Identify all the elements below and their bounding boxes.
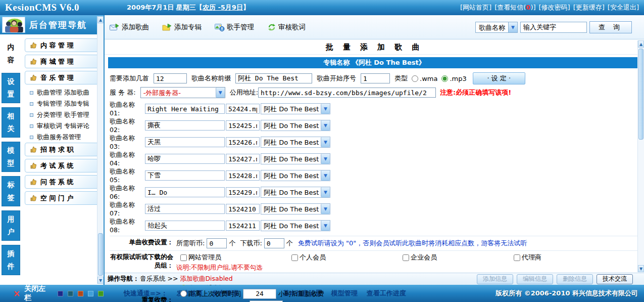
song-file-input[interactable] xyxy=(226,204,260,214)
song-name-input[interactable] xyxy=(145,204,225,214)
theme-swatch-navy[interactable] xyxy=(58,291,63,296)
scroll-down-icon[interactable]: ▼ xyxy=(97,277,104,284)
theme-swatch-orange[interactable] xyxy=(78,291,83,296)
group-option-enterprise: 企业会员 xyxy=(399,253,510,262)
song-row-01: 歌曲名称01: 阿杜 Do The Best▼ xyxy=(110,101,644,117)
refresh-cache-link[interactable]: [更新缓存] xyxy=(573,3,605,12)
song-album-select[interactable]: 阿杜 Do The Best▼ xyxy=(261,120,330,131)
song-album-select[interactable]: 阿杜 Do The Best▼ xyxy=(261,187,330,198)
song-album-select[interactable]: 阿杜 Do The Best▼ xyxy=(261,170,330,181)
song-name-input[interactable] xyxy=(145,170,225,181)
submenu-album-manage-add-album[interactable]: 专辑管理 添加专辑 xyxy=(25,98,102,109)
repeat-hours-input[interactable] xyxy=(243,289,276,299)
song-count-input[interactable] xyxy=(154,73,187,83)
submenu-review-lyrics-album-comments[interactable]: 审核歌词 专辑评论 xyxy=(25,120,102,132)
song-name-input[interactable] xyxy=(145,137,225,147)
song-file-input[interactable] xyxy=(226,120,260,131)
menu-qa-system[interactable]: 问 答 系 统 xyxy=(25,175,102,189)
submenu-song-server-manage[interactable]: 歌曲服务器管理 xyxy=(25,132,102,143)
sidebar-tab-settings[interactable]: 设置 xyxy=(2,73,20,103)
song-name-input[interactable] xyxy=(145,154,225,164)
admin-sidebar: 后台管理导航 内容 设置 相关 模型 标签 用户 插件 内 容 管 理 xyxy=(0,15,104,285)
menu-exam-system[interactable]: 考 试 系 统 xyxy=(25,159,102,172)
delete-info-button[interactable]: 删除信息 xyxy=(557,274,593,284)
song-name-input[interactable] xyxy=(145,120,225,131)
public-url-input[interactable] xyxy=(258,88,436,98)
submenu-category-singer-manage[interactable]: 分类管理 歌手管理 xyxy=(25,109,102,120)
song-file-input[interactable] xyxy=(226,187,260,197)
tech-support-button[interactable]: 技术交流 xyxy=(597,274,633,284)
toolbar-singer-manage[interactable]: 歌手管理 xyxy=(215,23,254,32)
sidebar-tab-users[interactable]: 用户 xyxy=(2,210,20,241)
repeat-time-radio[interactable] xyxy=(180,290,187,297)
toolbar-add-album[interactable]: 添加专辑 xyxy=(162,23,202,32)
type-mp3-radio[interactable] xyxy=(441,75,448,82)
sidebar-tab-labels[interactable]: 标签 xyxy=(2,176,20,206)
sidebar-tab-related[interactable]: 相关 xyxy=(2,107,20,138)
song-file-input[interactable] xyxy=(226,154,260,164)
menu-music-manage[interactable]: 音 乐 管 理 xyxy=(25,71,102,84)
content-scrollbar[interactable]: ▲ ▼ xyxy=(637,40,644,272)
menu-content-manage[interactable]: 内 容 管 理 xyxy=(25,38,102,52)
song-file-input[interactable] xyxy=(226,170,260,181)
song-name-input[interactable] xyxy=(145,104,225,114)
edit-info-button[interactable]: 编辑信息 xyxy=(517,274,553,284)
logout-link[interactable]: [安全退出] xyxy=(608,3,639,12)
sidebar-scroll-thumb[interactable] xyxy=(98,233,103,276)
song-name-input[interactable] xyxy=(145,187,225,197)
add-info-button[interactable]: 添加信息 xyxy=(477,274,513,284)
sidebar-scroll-track[interactable] xyxy=(97,23,104,277)
sidebar-tab-content[interactable]: 内容 xyxy=(2,38,20,69)
sidebar-scrollbar[interactable]: ▲ ▼ xyxy=(97,16,104,284)
theme-swatch-teal[interactable] xyxy=(68,291,73,296)
theme-swatch-green[interactable] xyxy=(98,291,104,296)
content-scroll-track[interactable] xyxy=(638,48,644,265)
menu-mall-manage[interactable]: 商 城 管 理 xyxy=(25,55,102,68)
search-keyword-input[interactable] xyxy=(520,22,587,33)
download-coin-input[interactable] xyxy=(264,238,284,248)
sidebar-tab-models[interactable]: 模型 xyxy=(2,142,20,172)
song-row-03: 歌曲名称03: 阿杜 Do The Best▼ xyxy=(110,134,644,150)
group-enterprise-checkbox[interactable] xyxy=(403,254,409,261)
song-file-input[interactable] xyxy=(226,104,260,114)
toolbar-add-song[interactable]: 添加歌曲 xyxy=(110,23,149,32)
server-select[interactable]: -外部服务器- ▼ xyxy=(140,87,225,98)
scroll-up-icon[interactable]: ▲ xyxy=(638,40,644,48)
song-name-input[interactable] xyxy=(145,221,225,231)
group-agent-checkbox[interactable] xyxy=(514,254,520,261)
submenu-song-manage-add-song[interactable]: 歌曲管理 添加歌曲 xyxy=(25,87,102,98)
song-file-input[interactable] xyxy=(226,137,260,147)
scroll-up-icon[interactable]: ▲ xyxy=(97,16,104,23)
lunar-date-link[interactable]: 农历 -5月9日 xyxy=(203,4,243,11)
start-number-input[interactable] xyxy=(361,73,390,83)
scroll-down-icon[interactable]: ▼ xyxy=(638,265,644,272)
change-password-link[interactable]: [修改密码] xyxy=(539,3,570,12)
content-scroll-thumb[interactable] xyxy=(638,49,643,140)
group-personal-checkbox[interactable] xyxy=(291,254,298,261)
song-file-input[interactable] xyxy=(226,221,260,231)
repeat-pages-input[interactable] xyxy=(250,300,283,302)
song-prefix-input[interactable] xyxy=(235,73,312,83)
close-icon[interactable]: × xyxy=(13,289,20,298)
song-album-select[interactable]: 阿杜 Do The Best▼ xyxy=(261,153,330,164)
toolbar-review-lyrics[interactable]: 审核歌词 xyxy=(267,23,306,32)
song-album-select[interactable]: 阿杜 Do The Best▼ xyxy=(261,220,330,231)
repeat-option-read: 会员重复阅读此歌曲 页次后重新收费 xyxy=(176,300,644,302)
group-admin-checkbox[interactable] xyxy=(180,254,187,261)
close-left-panel-button[interactable]: 关闭左栏 xyxy=(24,284,49,302)
breadcrumb-current: 添加歌曲Disabled xyxy=(180,275,232,283)
set-button[interactable]: · 设 定 · xyxy=(473,72,525,84)
search-field-select[interactable]: 歌曲名称 ▼ xyxy=(475,22,518,33)
view-sms-link[interactable]: [查看短信(0)] xyxy=(494,3,535,12)
song-album-select[interactable]: 阿杜 Do The Best▼ xyxy=(261,203,330,214)
song-album-select[interactable]: 阿杜 Do The Best▼ xyxy=(261,137,330,148)
listen-coin-input[interactable] xyxy=(207,238,227,248)
sidebar-tab-plugins[interactable]: 插件 xyxy=(2,245,20,275)
site-home-link[interactable]: [网站首页] xyxy=(460,3,491,12)
theme-swatch-lightblue[interactable] xyxy=(88,291,93,296)
type-wma-radio[interactable] xyxy=(412,75,418,82)
menu-space-portal[interactable]: 空 间 门 户 xyxy=(25,191,102,205)
search-query-button[interactable]: 查 询 xyxy=(589,21,632,33)
song-album-select[interactable]: 阿杜 Do The Best▼ xyxy=(261,103,330,114)
menu-recruitment[interactable]: 招 聘 求 职 xyxy=(25,143,102,156)
